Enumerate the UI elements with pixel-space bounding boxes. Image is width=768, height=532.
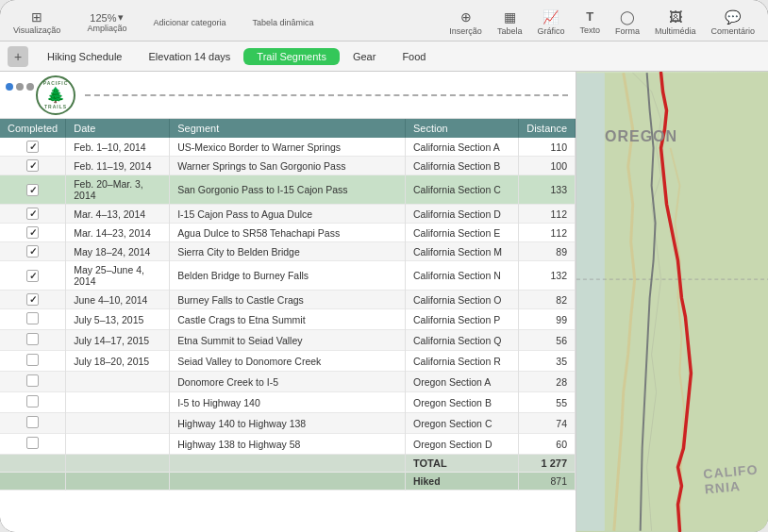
checkbox[interactable] <box>26 395 39 407</box>
tab-hiking-schedule[interactable]: Hiking Schedule <box>34 47 136 66</box>
toolbar-dynamic-table[interactable]: Tabela dinâmica <box>246 16 319 29</box>
table-row[interactable]: ✓May 25–June 4, 2014Belden Bridge to Bur… <box>0 261 576 291</box>
map-label-oregon: OREGON <box>605 128 677 145</box>
tab-food[interactable]: Food <box>389 47 439 66</box>
text-icon: T <box>586 9 593 24</box>
date-cell: May 25–June 4, 2014 <box>66 261 170 291</box>
footer-row: TOTAL1 277 <box>0 455 576 473</box>
checkbox[interactable] <box>26 437 39 449</box>
date-cell: June 4–10, 2014 <box>66 291 170 309</box>
distance-cell: 60 <box>519 434 576 455</box>
checkbox-cell[interactable] <box>0 330 66 351</box>
footer-label: TOTAL <box>406 455 519 473</box>
checkbox[interactable] <box>26 312 39 324</box>
distance-cell: 74 <box>519 413 576 434</box>
checkbox[interactable]: ✓ <box>26 293 39 306</box>
toolbar-view[interactable]: ⊞ Visualização <box>8 8 66 37</box>
table-row[interactable]: ✓Mar. 4–13, 2014I-15 Cajon Pass to Agua … <box>0 205 576 224</box>
table-row[interactable]: ✓Mar. 14–23, 2014Agua Dulce to SR58 Teha… <box>0 224 576 242</box>
toolbar-shape[interactable]: ◯ Forma <box>609 8 645 38</box>
table-row[interactable]: Highway 140 to Highway 138Oregon Section… <box>0 413 576 434</box>
checkbox-cell[interactable] <box>0 309 66 330</box>
shape-label: Forma <box>615 26 640 36</box>
segment-cell: Seiad Valley to Donomore Creek <box>170 351 406 372</box>
table-row[interactable]: July 5–13, 2015Castle Crags to Etna Summ… <box>0 309 576 330</box>
checkbox[interactable]: ✓ <box>26 226 39 239</box>
footer-row: Hiked871 <box>0 473 576 490</box>
toolbar-comment[interactable]: 💬 Comentário <box>705 8 760 38</box>
segment-cell: Highway 140 to Highway 138 <box>170 413 406 434</box>
checkbox-cell[interactable] <box>0 372 66 392</box>
checkbox[interactable]: ✓ <box>26 270 39 282</box>
logo-text-bottom: TRAILS <box>44 104 67 109</box>
col-header-segment: Segment <box>170 119 406 138</box>
checkbox-cell[interactable]: ✓ <box>0 224 66 242</box>
table-row[interactable]: ✓Feb. 1–10, 2014US-Mexico Border to Warn… <box>0 138 576 157</box>
checkbox[interactable]: ✓ <box>26 141 39 153</box>
toolbar-text[interactable]: T Texto <box>574 8 606 37</box>
checkbox-cell[interactable]: ✓ <box>0 205 66 224</box>
tab-add-button[interactable]: + <box>8 46 28 67</box>
checkbox[interactable]: ✓ <box>26 208 39 220</box>
distance-cell: 99 <box>519 309 576 330</box>
tablet-frame: ⊞ Visualização 125% ▾ Ampliação Adiciona… <box>0 0 768 532</box>
table-row[interactable]: ✓June 4–10, 2014Burney Falls to Castle C… <box>0 291 576 309</box>
checkbox[interactable] <box>26 374 39 387</box>
checkbox-cell[interactable]: ✓ <box>0 157 66 175</box>
checkbox-cell[interactable] <box>0 434 66 455</box>
insert-icon: ⊕ <box>460 9 472 25</box>
zoom-label: Ampliação <box>87 24 126 33</box>
table-row[interactable]: ✓Feb. 20–Mar. 3, 2014San Gorgonio Pass t… <box>0 175 576 205</box>
checkbox-cell[interactable]: ✓ <box>0 261 66 291</box>
table-row[interactable]: July 18–20, 2015Seiad Valley to Donomore… <box>0 351 576 372</box>
segment-cell: Warner Springs to San Gorgonio Pass <box>170 157 406 175</box>
left-panel: PACIFIC 🌲 TRAILS Completed Date Segment … <box>0 72 576 532</box>
table-row[interactable]: ✓May 18–24, 2014Sierra City to Belden Br… <box>0 242 576 261</box>
segment-cell: Sierra City to Belden Bridge <box>170 242 406 261</box>
distance-cell: 82 <box>519 291 576 309</box>
toolbar-media[interactable]: 🖼 Multimédia <box>649 8 702 38</box>
checkbox[interactable] <box>26 333 39 345</box>
toolbar-zoom[interactable]: 125% ▾ Ampliação <box>81 9 132 35</box>
checkbox-cell[interactable]: ✓ <box>0 138 66 157</box>
section-cell: California Section P <box>406 309 519 330</box>
checkbox-cell[interactable]: ✓ <box>0 291 66 309</box>
checkbox[interactable]: ✓ <box>26 159 39 172</box>
checkbox[interactable]: ✓ <box>26 245 39 258</box>
checkbox[interactable] <box>26 416 39 428</box>
nav-dot-1 <box>6 83 13 91</box>
toolbar-insert[interactable]: ⊕ Inserção <box>443 8 488 38</box>
tab-gear[interactable]: Gear <box>340 47 389 66</box>
checkbox-cell[interactable] <box>0 392 66 413</box>
checkbox[interactable]: ✓ <box>26 184 39 196</box>
table-row[interactable]: I-5 to Highway 140Oregon Section B55 <box>0 392 576 413</box>
map-label-california: CALIFORNIA <box>703 462 760 497</box>
toolbar-left: ⊞ Visualização 125% ▾ Ampliação Adiciona… <box>8 8 443 37</box>
toolbar-chart[interactable]: 📈 Gráfico <box>531 8 570 38</box>
col-header-completed: Completed <box>0 119 66 138</box>
checkbox-cell[interactable]: ✓ <box>0 175 66 205</box>
tab-elevation-14days[interactable]: Elevation 14 days <box>136 47 244 66</box>
table-row[interactable]: July 14–17, 2015Etna Summit to Seiad Val… <box>0 330 576 351</box>
table-row[interactable]: Highway 138 to Highway 58Oregon Section … <box>0 434 576 455</box>
checkbox-cell[interactable] <box>0 351 66 372</box>
table-row[interactable]: ✓Feb. 11–19, 2014Warner Springs to San G… <box>0 157 576 175</box>
toolbar-table[interactable]: ▦ Tabela <box>492 8 528 38</box>
toolbar: ⊞ Visualização 125% ▾ Ampliação Adiciona… <box>0 0 768 42</box>
section-cell: California Section Q <box>406 330 519 351</box>
date-cell: July 18–20, 2015 <box>66 351 170 372</box>
footer-value: 1 277 <box>519 455 576 473</box>
toolbar-add-category[interactable]: Adicionar categoria <box>147 16 231 29</box>
segment-cell: Belden Bridge to Burney Falls <box>170 261 406 291</box>
distance-cell: 112 <box>519 205 576 224</box>
table-body: ✓Feb. 1–10, 2014US-Mexico Border to Warn… <box>0 138 576 490</box>
distance-cell: 55 <box>519 392 576 413</box>
checkbox[interactable] <box>26 354 39 366</box>
table-row[interactable]: Donomore Creek to I-5Oregon Section A28 <box>0 372 576 392</box>
text-label: Texto <box>579 25 600 35</box>
checkbox-cell[interactable]: ✓ <box>0 242 66 261</box>
tab-trail-segments[interactable]: Trail Segments <box>243 48 340 65</box>
section-cell: California Section R <box>406 351 519 372</box>
checkbox-cell[interactable] <box>0 413 66 434</box>
distance-cell: 110 <box>519 138 576 157</box>
